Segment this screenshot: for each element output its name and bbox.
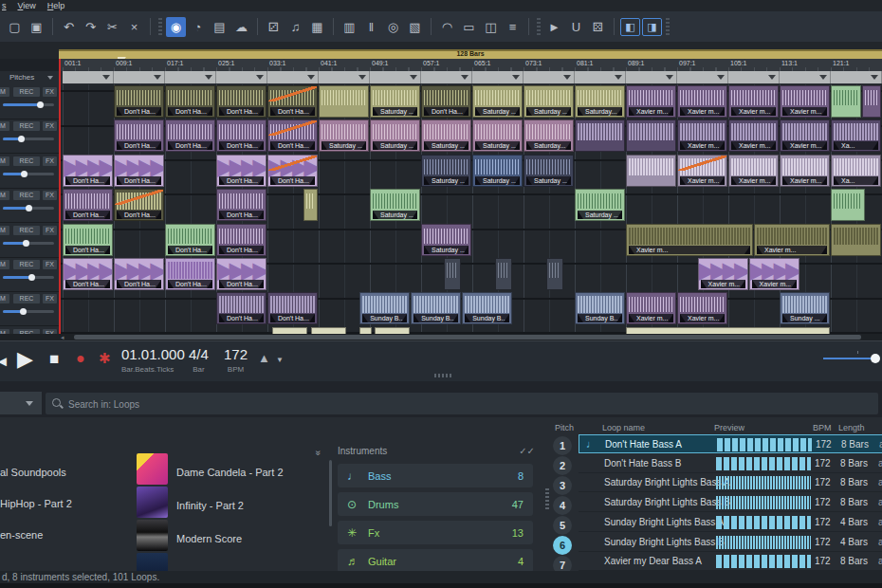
clip[interactable] bbox=[375, 327, 410, 334]
draw-tool-icon[interactable]: U bbox=[566, 17, 586, 37]
pitch-cell-dropdown[interactable] bbox=[267, 71, 319, 83]
menu-item-help[interactable]: Help bbox=[47, 1, 65, 10]
clip[interactable]: Don't Ha... bbox=[165, 224, 215, 256]
clip[interactable] bbox=[303, 189, 318, 221]
clip[interactable]: Saturday ... bbox=[524, 85, 574, 118]
track-rec-button[interactable]: REC bbox=[13, 191, 40, 200]
clip[interactable] bbox=[575, 119, 625, 152]
piano-icon[interactable]: ▥ bbox=[340, 17, 359, 37]
record-button[interactable]: ● bbox=[76, 350, 85, 367]
clip[interactable]: Don't Ha... bbox=[216, 85, 266, 118]
track-volume-slider[interactable] bbox=[3, 173, 54, 175]
clip[interactable]: Saturday ... bbox=[472, 155, 523, 187]
arranger-lane[interactable]: Don't Ha...Don't Ha...Don't Ha...Don't H… bbox=[59, 84, 882, 334]
track-volume-slider[interactable] bbox=[3, 103, 54, 106]
panel-bottom-toggle-icon[interactable]: ◨ bbox=[642, 18, 662, 36]
clip[interactable]: Saturday ... bbox=[370, 119, 420, 152]
scrollbar-thumb[interactable] bbox=[74, 335, 861, 340]
clip[interactable]: Don't Ha... bbox=[165, 258, 215, 290]
clip[interactable] bbox=[319, 85, 369, 118]
volume-knob[interactable] bbox=[20, 308, 27, 315]
clip-fade-line[interactable] bbox=[268, 156, 317, 171]
clip[interactable]: Saturday ... bbox=[319, 119, 369, 152]
clip[interactable]: ▶▶▶▶Don't Ha... bbox=[267, 155, 318, 187]
pitch-cell-dropdown[interactable] bbox=[421, 71, 472, 83]
clip[interactable]: Don't Ha... bbox=[216, 224, 266, 256]
clip-fade-line[interactable] bbox=[268, 120, 317, 136]
loop-mode-icon[interactable]: ◉ bbox=[166, 17, 186, 37]
undo-icon[interactable]: ↶ bbox=[59, 17, 79, 37]
table-row[interactable]: Xavier my Dear Bass A1728 Barsa bbox=[579, 552, 882, 571]
clip[interactable] bbox=[272, 327, 307, 334]
pitch-cell-dropdown[interactable] bbox=[319, 71, 370, 83]
volume-knob[interactable] bbox=[18, 136, 25, 142]
clip[interactable]: Saturday ... bbox=[421, 155, 471, 187]
volume-knob[interactable] bbox=[871, 354, 880, 363]
timeline-ruler[interactable]: 001:1009:1017:1025:1033:1041:1049:1057:1… bbox=[59, 59, 882, 72]
clip[interactable] bbox=[311, 327, 346, 334]
clip[interactable]: Saturday ... bbox=[524, 155, 574, 187]
object-list-icon[interactable]: ≡ bbox=[503, 17, 523, 37]
clip[interactable]: Don't Ha... bbox=[216, 292, 266, 324]
clip[interactable]: Xavier m... bbox=[677, 155, 727, 187]
table-row[interactable]: Sunday Bright Lights Bass A1724 Barsa bbox=[579, 513, 882, 532]
clip[interactable]: Xavier m... bbox=[626, 85, 676, 118]
panel-resize-grip[interactable] bbox=[434, 374, 451, 377]
time-display[interactable]: 01.01.000 Bar.Beats.Ticks bbox=[121, 346, 185, 374]
soundpool-list-item[interactable]: en-scene bbox=[0, 529, 43, 541]
clip[interactable] bbox=[831, 189, 865, 221]
clip[interactable]: Xavier m... bbox=[677, 292, 727, 324]
pitch-circle-2[interactable]: 2 bbox=[553, 456, 572, 475]
clip[interactable]: Xavier m... bbox=[677, 85, 727, 118]
clip-fade-line[interactable] bbox=[678, 156, 726, 171]
clip[interactable]: Don't Ha... bbox=[114, 85, 164, 118]
pitch-cell-dropdown[interactable] bbox=[63, 71, 114, 83]
loop-preview-waveform[interactable] bbox=[717, 438, 812, 451]
soundpool-cover-art[interactable] bbox=[137, 520, 168, 551]
clip[interactable]: ▶▶▶▶Don't Ha... bbox=[63, 155, 113, 187]
volume-knob[interactable] bbox=[26, 205, 32, 211]
clip[interactable] bbox=[626, 155, 676, 187]
pitch-cell-dropdown[interactable] bbox=[677, 71, 728, 83]
loop-preview-waveform[interactable] bbox=[716, 555, 811, 568]
loop-preview-waveform[interactable] bbox=[716, 536, 811, 549]
track-m-button[interactable]: M bbox=[0, 260, 9, 269]
clip[interactable]: ▶▶▶▶Don't Ha... bbox=[63, 258, 113, 290]
track-fx-button[interactable]: FX bbox=[43, 156, 57, 166]
soundpool-title[interactable]: Modern Score bbox=[176, 533, 242, 544]
clip[interactable]: Don't Ha... bbox=[216, 189, 266, 221]
clip[interactable]: ▶▶▶▶Don't Ha... bbox=[114, 155, 164, 187]
mixer-icon[interactable]: ‖ bbox=[361, 17, 381, 37]
pitch-circle-4[interactable]: 4 bbox=[553, 496, 572, 515]
pitch-cell-dropdown[interactable] bbox=[831, 71, 882, 83]
clip[interactable]: Xavier m... bbox=[728, 119, 779, 152]
track-m-button[interactable]: M bbox=[0, 191, 9, 200]
track-volume-slider[interactable] bbox=[3, 276, 54, 279]
clip[interactable]: Sunday ... bbox=[780, 292, 830, 324]
track-volume-slider[interactable] bbox=[3, 310, 54, 313]
toolbar-grip[interactable] bbox=[158, 18, 162, 35]
grid-icon[interactable]: ▦ bbox=[307, 17, 327, 37]
horizontal-scrollbar[interactable]: ◂ bbox=[0, 334, 882, 340]
clip[interactable]: Saturday... bbox=[575, 85, 625, 118]
track-rec-button[interactable]: REC bbox=[13, 87, 40, 97]
bpm-display[interactable]: 172 BPM bbox=[224, 346, 248, 374]
instrument-row-guitar[interactable]: ♬Guitar4 bbox=[338, 549, 533, 573]
volume-knob[interactable] bbox=[21, 171, 28, 177]
pitch-cell-dropdown[interactable] bbox=[728, 71, 780, 83]
previous-button[interactable]: ◄ bbox=[0, 353, 9, 369]
clip[interactable]: ▶▶▶▶Don't Ha... bbox=[216, 258, 266, 290]
fx-icon[interactable]: ◎ bbox=[383, 17, 403, 37]
clip[interactable]: ▶▶▶▶Xavier m... bbox=[749, 258, 799, 290]
clip[interactable] bbox=[495, 258, 512, 290]
volume-knob[interactable] bbox=[37, 101, 44, 108]
clip[interactable]: Sunday B... bbox=[359, 292, 410, 324]
metronome-dropdown-icon[interactable]: ▼ bbox=[276, 356, 284, 364]
redo-icon[interactable]: ↷ bbox=[81, 17, 101, 37]
toolbar-grip[interactable] bbox=[666, 18, 670, 35]
pitch-cell-dropdown[interactable] bbox=[216, 71, 267, 83]
settings-gear-icon[interactable]: ✱ bbox=[99, 350, 111, 367]
pitch-circle-3[interactable]: 3 bbox=[553, 476, 572, 495]
pitch-cell-dropdown[interactable] bbox=[575, 71, 626, 83]
search-box[interactable] bbox=[46, 393, 878, 414]
